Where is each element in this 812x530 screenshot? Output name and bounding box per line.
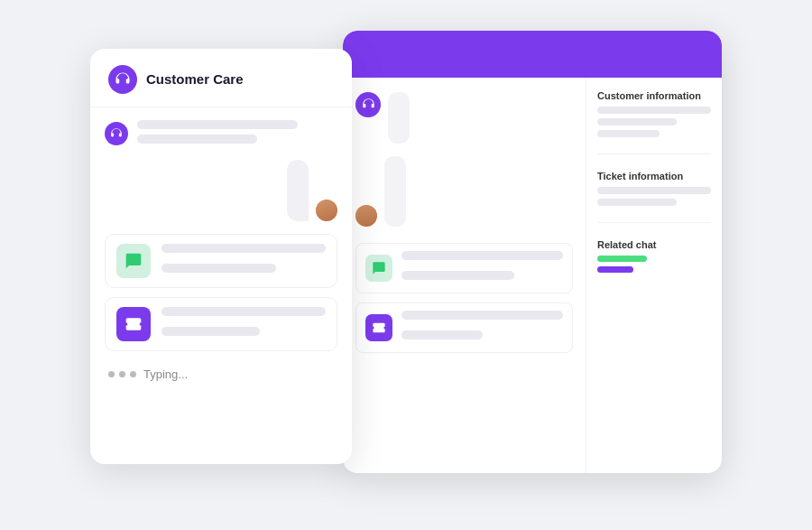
customer-info-title: Customer information — [597, 90, 711, 101]
bar — [401, 271, 514, 280]
related-bar-purple — [597, 266, 633, 273]
dot-1 — [108, 371, 115, 377]
bar — [137, 135, 257, 144]
ticket-info-title: Ticket information — [597, 171, 711, 181]
chat-card-item-right[interactable] — [355, 243, 573, 293]
right-card: Customer information Ticket information — [343, 31, 722, 473]
customer-info-bars — [597, 107, 711, 137]
card-title: Customer Care — [146, 71, 244, 87]
related-bar-green — [597, 256, 647, 262]
chat-icon-right — [365, 255, 392, 282]
ticket-card-item[interactable] — [105, 297, 337, 351]
bar — [401, 330, 483, 339]
bar — [597, 199, 677, 206]
ticket-icon-right — [365, 314, 392, 341]
typing-text: Typing... — [143, 367, 188, 381]
ticket-info-bars — [597, 187, 711, 206]
chat-list — [90, 107, 352, 234]
divider-1 — [597, 153, 711, 154]
chat-icon-box — [116, 244, 151, 278]
card-header: Customer Care — [90, 49, 352, 107]
related-chat-section: Related chat — [597, 239, 711, 273]
related-chat-bars — [597, 256, 711, 273]
bar — [161, 244, 326, 253]
agent-message-1 — [105, 120, 337, 149]
typing-dots — [108, 371, 136, 377]
ticket-icon-box — [116, 307, 151, 341]
divider-2 — [597, 222, 711, 223]
headset-icon — [108, 65, 137, 94]
chat-card-item[interactable] — [105, 234, 337, 288]
bar — [161, 307, 326, 316]
bar — [597, 118, 677, 126]
bar — [161, 264, 276, 273]
bar — [401, 251, 563, 260]
customer-bubble-right — [384, 156, 406, 227]
customer-avatar — [316, 200, 337, 221]
agent-message-right — [355, 92, 573, 144]
scene: Customer Care — [90, 31, 722, 500]
typing-area: Typing... — [90, 351, 352, 381]
ticket-card-item-right[interactable] — [355, 302, 573, 353]
headset-icon-md — [355, 92, 381, 117]
dot-2 — [119, 371, 125, 377]
customer-bubble-1 — [287, 160, 309, 221]
right-card-body: Customer information Ticket information — [343, 78, 722, 473]
bar — [597, 107, 711, 114]
customer-message-1 — [105, 160, 337, 221]
dot-3 — [130, 371, 136, 377]
agent-avatar-small — [105, 122, 128, 145]
chat-column — [343, 78, 586, 473]
chat-item-lines-right — [401, 251, 563, 285]
bar — [137, 120, 298, 129]
right-card-header — [343, 31, 722, 78]
card-items — [90, 234, 352, 351]
agent-bubble-1 — [137, 120, 337, 149]
ticket-item-lines-right — [401, 311, 563, 345]
customer-message-right — [355, 156, 573, 227]
related-chat-title: Related chat — [597, 239, 711, 250]
customer-avatar-right — [355, 205, 377, 227]
agent-bubble-right — [388, 92, 410, 144]
card-items-right — [355, 243, 573, 353]
ticket-item-lines — [161, 307, 326, 341]
sidebar-column: Customer information Ticket information — [586, 78, 722, 473]
left-card: Customer Care — [90, 49, 352, 464]
ticket-info-section: Ticket information — [597, 171, 711, 206]
customer-info-section: Customer information — [597, 90, 711, 137]
chat-item-lines — [161, 244, 326, 278]
bar — [161, 327, 260, 336]
bar — [597, 187, 711, 194]
bar — [597, 130, 660, 137]
bar — [401, 311, 563, 320]
